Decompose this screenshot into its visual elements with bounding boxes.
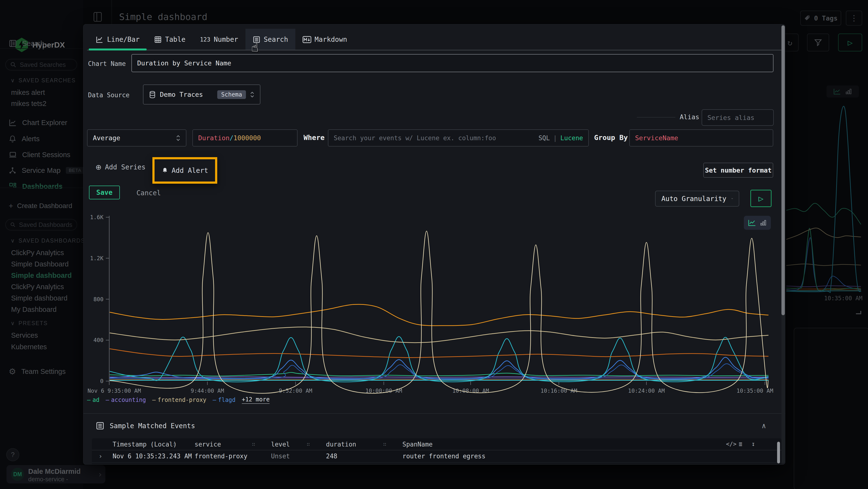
tab-divider xyxy=(87,50,781,51)
alias-connector-line xyxy=(637,117,675,118)
series-tan xyxy=(110,327,768,343)
legend-dash: — xyxy=(213,397,216,403)
y-tick-label: 800 xyxy=(93,296,103,303)
play-icon: ▷ xyxy=(758,194,763,203)
column-header[interactable]: level xyxy=(271,441,290,448)
data-source-label: Data Source xyxy=(88,91,129,99)
formula-token: 1000000 xyxy=(234,134,261,142)
table-cell[interactable]: frontend-proxy xyxy=(194,453,247,460)
column-header[interactable]: SpanName xyxy=(402,441,433,448)
add-alert-highlight: Add Alert xyxy=(152,157,217,184)
add-alert-button[interactable]: Add Alert xyxy=(161,167,208,174)
header-divider xyxy=(92,450,781,450)
group-by-input[interactable]: ServiceName xyxy=(629,130,773,146)
y-tick-label: 400 xyxy=(93,337,103,343)
row-divider xyxy=(92,462,781,463)
row-expand-chevron[interactable]: › xyxy=(99,453,102,460)
chart-play-button[interactable]: ▷ xyxy=(750,190,772,207)
sample-events-table: Timestamp (Local)∷service∷level∷duration… xyxy=(92,438,781,464)
formula-input[interactable]: Duration/1000000 xyxy=(192,130,298,146)
series-green xyxy=(110,372,768,376)
modal-scrollbar-track[interactable] xyxy=(781,25,785,463)
chart-editor-modal: Line/Bar Table 123 Number Search Markdow… xyxy=(83,24,785,465)
markdown-tab-icon xyxy=(303,36,311,43)
granularity-select[interactable]: Auto Granularity xyxy=(655,191,739,207)
aggregation-select[interactable]: Average xyxy=(87,130,186,146)
legend-item[interactable]: —accounting xyxy=(105,397,146,403)
list-icon xyxy=(96,422,104,430)
chart-name-input[interactable]: Duration by Service Name xyxy=(131,54,774,72)
add-series-button[interactable]: ⊕ Add Series xyxy=(95,163,146,171)
schema-badge[interactable]: Schema xyxy=(217,90,246,99)
table-scrollbar-thumb[interactable] xyxy=(777,442,780,463)
formula-token: / xyxy=(229,134,234,142)
legend-item[interactable]: —frontend-proxy xyxy=(152,397,207,403)
modal-scrollbar-thumb[interactable] xyxy=(781,25,785,315)
x-tick-label: 10:00:00 AM xyxy=(366,387,402,394)
mode-separator: | xyxy=(553,135,557,142)
where-input[interactable]: Search your events w/ Lucene ex. column:… xyxy=(328,130,589,146)
y-tick-label: 1.6K xyxy=(90,214,104,220)
legend-item[interactable]: —flagd xyxy=(213,397,236,403)
legend-dash: — xyxy=(105,397,109,403)
select-chevrons-icon xyxy=(250,91,255,98)
database-icon xyxy=(149,91,156,98)
table-cell[interactable]: 248 xyxy=(326,453,337,460)
table-cell[interactable]: Nov 6 10:35:23.243 AM xyxy=(113,453,192,460)
y-tick-label: 1.2K xyxy=(90,255,104,261)
sql-mode-button[interactable]: SQL xyxy=(538,135,550,142)
tab-markdown[interactable]: Markdown xyxy=(296,29,354,50)
where-label: Where xyxy=(304,134,324,142)
save-button[interactable]: Save xyxy=(89,185,120,199)
column-drag-icon[interactable]: ∷ xyxy=(252,441,255,447)
formula-token: Duration xyxy=(198,134,229,142)
column-drag-icon[interactable]: ∷ xyxy=(173,441,176,447)
series-cream-spikes xyxy=(110,231,768,393)
series-orange xyxy=(110,304,768,325)
data-source-select[interactable]: Demo Traces Schema xyxy=(143,84,260,105)
column-drag-icon[interactable]: ∷ xyxy=(383,441,386,447)
cancel-button[interactable]: Cancel xyxy=(136,189,161,197)
formula-value: Duration/1000000 xyxy=(198,134,261,142)
x-tick-label: Nov 6 9:35:00 AM xyxy=(88,387,141,394)
x-tick-label: 10:16:00 AM xyxy=(540,387,577,394)
tab-table[interactable]: Table xyxy=(147,29,193,50)
series-dark-orange xyxy=(110,349,768,357)
download-icon[interactable]: ↧ xyxy=(751,441,755,448)
chart-name-label: Chart Name xyxy=(88,60,126,67)
table-cell[interactable]: router frontend egress xyxy=(402,453,485,460)
bell-icon xyxy=(161,167,168,174)
tab-number[interactable]: 123 Number xyxy=(193,29,245,50)
tab-bar: Line/Bar Table 123 Number Search Markdow… xyxy=(88,29,354,50)
column-header[interactable]: Timestamp (Local) xyxy=(113,441,177,448)
code-icon[interactable]: </> xyxy=(726,441,736,448)
line-bar-tab-icon xyxy=(95,36,104,44)
alias-label: Alias xyxy=(680,113,699,121)
set-number-format-button[interactable]: Set number format xyxy=(703,163,773,178)
legend-dash: — xyxy=(87,397,90,403)
chart-legend: —ad—accounting—frontend-proxy—flagd+12 m… xyxy=(87,396,270,404)
section-divider xyxy=(84,413,785,414)
group-by-label: Group By xyxy=(594,134,628,142)
sample-events-header[interactable]: Sample Matched Events xyxy=(96,422,195,430)
tab-line-bar[interactable]: Line/Bar xyxy=(88,29,147,50)
plus-circle-icon: ⊕ xyxy=(95,163,101,171)
table-tab-icon xyxy=(154,36,162,44)
y-tick-label: 0 xyxy=(100,378,103,384)
column-drag-icon[interactable]: ∷ xyxy=(307,441,310,447)
alias-input[interactable]: Series alias xyxy=(702,109,774,126)
active-tab-underline xyxy=(89,49,147,51)
wrap-lines-icon[interactable]: ≣ xyxy=(739,441,742,448)
mouse-cursor: ☝ xyxy=(251,40,258,55)
app-root: Simple dashboard 0 Tags ⋮ ↻ ▷ 10:35:00 A… xyxy=(0,0,868,489)
legend-item[interactable]: —ad xyxy=(87,397,99,403)
series-purple-flat xyxy=(110,377,768,377)
lucene-mode-button[interactable]: Lucene xyxy=(560,135,583,142)
column-header[interactable]: service xyxy=(194,441,221,448)
column-header[interactable]: duration xyxy=(326,441,356,448)
number-tab-icon: 123 xyxy=(200,36,210,43)
table-cell[interactable]: Unset xyxy=(271,453,290,460)
collapse-chevron-icon[interactable]: ∧ xyxy=(762,422,766,430)
legend-more-link[interactable]: +12 more xyxy=(242,396,270,404)
legend-dash: — xyxy=(152,397,156,403)
